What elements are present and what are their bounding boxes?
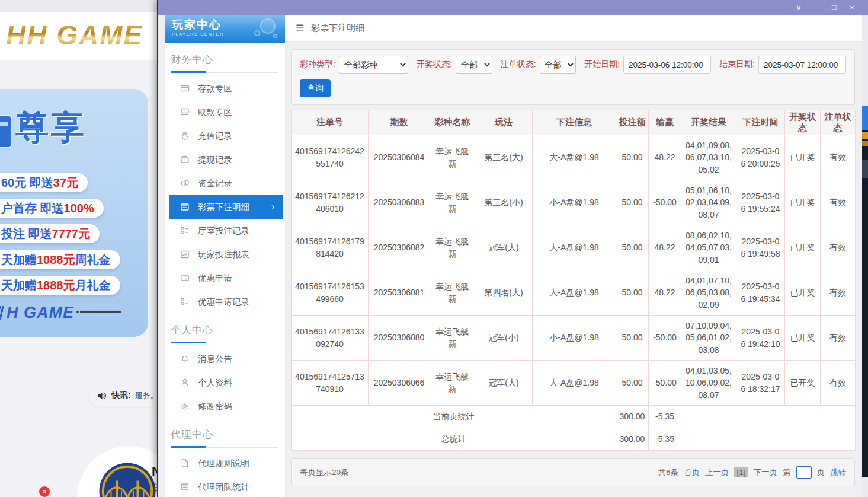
- sidebar-item-promo-apply[interactable]: 优惠申请: [165, 266, 285, 290]
- promo-text: 周礼金: [75, 253, 111, 266]
- table-cell: 第三名(小): [475, 180, 533, 225]
- sidebar-item-player-bet-report[interactable]: 玩家投注报表: [165, 243, 285, 266]
- column-header: 投注额: [616, 110, 649, 135]
- table-cell: 冠军(大): [475, 361, 533, 406]
- column-header: 下注时间: [736, 110, 785, 135]
- jump-prefix: 第: [783, 467, 791, 478]
- promo-pill: 天加赠1888元月礼金: [0, 276, 120, 295]
- sidebar-item-label: 充值记录: [198, 130, 232, 142]
- sidebar-item-deposit-zone[interactable]: 存款专区: [165, 77, 285, 100]
- minimize-button[interactable]: —: [808, 0, 825, 15]
- sidebar-item-label: 代理规则说明: [198, 458, 249, 469]
- sidebar-item-agent-team-stats[interactable]: 代理团队统计: [165, 475, 285, 497]
- filter-panel: 彩种类型: 全部彩种 开奖状态: 全部 注单状态: 全部 开始日期: 结束日期:…: [291, 49, 855, 105]
- decorative-line: [80, 311, 121, 313]
- table-cell: 有效: [821, 135, 856, 180]
- column-header: 玩法: [475, 110, 533, 135]
- hand-icon: [180, 107, 190, 117]
- order-status-select[interactable]: 全部: [540, 56, 576, 74]
- sidebar-section-label: 代理中心: [171, 428, 278, 441]
- table-cell: 401569174126212406010: [292, 180, 369, 225]
- sidebar-item-label: 消息公告: [198, 353, 232, 365]
- card-icon: [180, 84, 190, 93]
- table-row: 40156917412613309274020250306080幸运飞艇新冠军(…: [292, 316, 856, 361]
- sidebar-item-agent-rules[interactable]: 代理规则说明: [165, 451, 285, 475]
- order-status-label: 注单状态:: [501, 59, 536, 70]
- table-cell: 幸运飞艇新: [430, 316, 475, 361]
- sidebar-item-funds-records[interactable]: 资金记录: [165, 171, 285, 195]
- search-button[interactable]: 查询: [300, 79, 331, 97]
- sidebar-section-label: 个人中心: [171, 323, 278, 337]
- news-icon: [180, 482, 190, 492]
- main-panel: ☰ 彩票下注明细 彩种类型: 全部彩种 开奖状态: 全部 注单状态: 全部 开始…: [285, 15, 868, 497]
- total-count: 共6条: [658, 467, 678, 478]
- list-icon: [180, 202, 190, 212]
- table-cell: 20250306080: [369, 316, 430, 361]
- page-scrollbar[interactable]: [862, 15, 868, 497]
- sidebar-item-messages[interactable]: 消息公告: [165, 347, 285, 371]
- sidebar-item-label: 存款专区: [198, 83, 232, 94]
- lottery-type-select[interactable]: 全部彩种: [339, 56, 408, 74]
- sidebar-item-lottery-bet-details[interactable]: 彩票下注明细›: [169, 195, 283, 219]
- jump-link[interactable]: 跳转: [830, 467, 846, 478]
- menu-toggle-icon[interactable]: ☰: [296, 23, 304, 34]
- sidebar-item-withdraw-zone[interactable]: 取款专区: [165, 100, 285, 124]
- current-page[interactable]: [1]: [734, 467, 748, 477]
- table-cell: 2025-03-06 19:45:34: [736, 270, 785, 316]
- table-cell: 20250306081: [369, 270, 430, 316]
- table-cell: 50.00: [616, 316, 649, 361]
- table-cell: 幸运飞艇新: [430, 180, 475, 225]
- sidebar-item-recharge-records[interactable]: 充值记录: [165, 124, 285, 148]
- table-cell: 幸运飞艇新: [430, 270, 475, 316]
- maximize-button[interactable]: □: [825, 0, 843, 15]
- speaker-icon: [97, 391, 107, 400]
- start-date-input[interactable]: [623, 56, 711, 74]
- table-cell: 2025-03-06 20:00:25: [736, 135, 785, 180]
- bell-icon: [180, 354, 190, 364]
- column-header: 输赢: [649, 110, 681, 135]
- close-button[interactable]: ×: [843, 0, 861, 15]
- jump-page-input[interactable]: [796, 466, 812, 479]
- sidebar-item-promo-apply-records[interactable]: 优惠申请记录: [165, 290, 285, 314]
- draw-status-select[interactable]: 全部: [456, 56, 492, 74]
- sidebar-item-label: 玩家投注报表: [198, 249, 249, 260]
- collapse-button[interactable]: ∨: [790, 0, 808, 15]
- bets-table-wrap: 注单号期数彩种名称玩法下注信息投注额输赢开奖结果下注时间开奖状态注单状态4015…: [291, 110, 868, 451]
- table-cell: 08,06,02,10,04,05,07,03,09,01: [681, 225, 736, 270]
- table-cell: 50.00: [616, 270, 649, 316]
- table-cell: 401569174126242551740: [292, 135, 369, 180]
- end-date-input[interactable]: [758, 56, 846, 74]
- next-page-link[interactable]: 下一页: [754, 467, 778, 478]
- sidebar-item-profile[interactable]: 个人资料: [165, 371, 285, 394]
- window-titlebar: ∨—□×: [158, 0, 868, 15]
- summary-winloss-total: -5.35: [649, 406, 681, 428]
- table-cell: 有效: [821, 316, 856, 361]
- prev-page-link[interactable]: 上一页: [705, 467, 729, 478]
- ticket-icon: [180, 273, 190, 283]
- first-page-link[interactable]: 首页: [684, 467, 700, 478]
- coins-icon: [180, 179, 190, 188]
- gamepad-decoration-icon: [253, 17, 280, 41]
- table-cell: 2025-03-06 19:49:58: [736, 225, 785, 270]
- h-game-logo-mark-icon: [0, 306, 5, 320]
- table-cell: 小-A盘@1.98: [533, 180, 616, 225]
- person-icon: [180, 378, 190, 387]
- sidebar-item-hall-bet-records[interactable]: 厅室投注记录: [165, 219, 285, 243]
- moneybag-icon: [180, 131, 190, 141]
- table-cell: 大-A盘@1.98: [533, 270, 616, 316]
- sidebar-section-label: 财务中心: [171, 53, 278, 66]
- section-underline: [171, 446, 278, 448]
- close-badge-icon[interactable]: ✕: [39, 486, 50, 497]
- sidebar-item-label: 优惠申请: [198, 273, 232, 284]
- chart-icon: [180, 250, 190, 259]
- table-cell: 小-A盘@1.98: [533, 316, 616, 361]
- sidebar-item-withdrawal-records[interactable]: 提现记录: [165, 148, 285, 171]
- table-cell: 已开奖: [785, 135, 821, 180]
- promo-text: 37元: [53, 176, 78, 189]
- table-cell: 已开奖: [785, 270, 821, 316]
- table-cell: 已开奖: [785, 361, 821, 406]
- promo-panel: 尊享 60元 即送37元户首存 即送100%投注 即送7777元天加赠1088元…: [0, 89, 148, 337]
- section-underline: [171, 342, 278, 343]
- sidebar-item-change-password[interactable]: 修改密码: [165, 394, 285, 418]
- lottery-type-label: 彩种类型:: [300, 59, 335, 70]
